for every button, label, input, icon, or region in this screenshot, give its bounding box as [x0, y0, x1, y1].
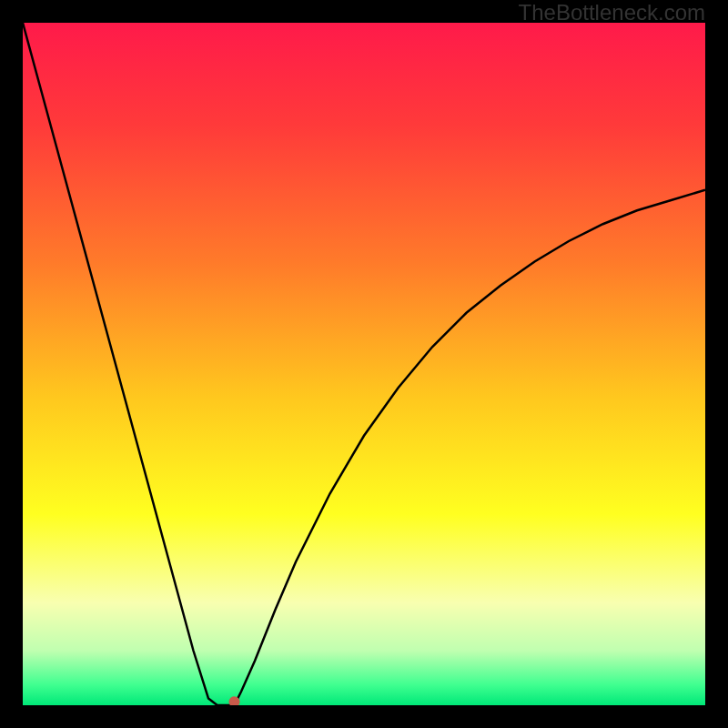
chart-container: TheBottleneck.com — [0, 0, 728, 728]
bottleneck-curve — [23, 23, 705, 705]
plot-area — [23, 23, 705, 705]
watermark-text: TheBottleneck.com — [519, 0, 705, 25]
